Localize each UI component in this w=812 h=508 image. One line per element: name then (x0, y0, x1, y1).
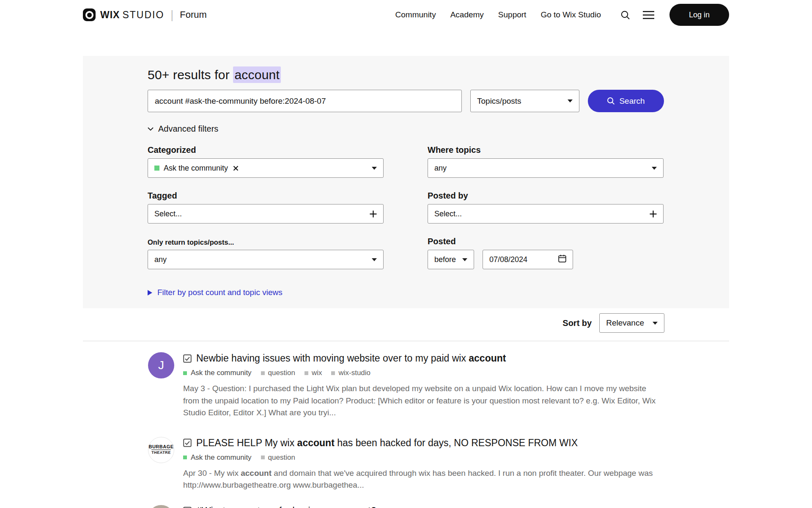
brand-logo[interactable]: WIX STUDIO | Forum (83, 8, 207, 22)
header: WIX STUDIO | Forum Community Academy Sup… (0, 0, 812, 30)
brand-forum: Forum (180, 9, 207, 20)
tag-square-icon (331, 371, 335, 375)
where-topics-label: Where topics (428, 144, 664, 155)
posted-field: Posted before 07/08/2024 (428, 235, 664, 269)
search-button[interactable]: Search (588, 90, 664, 112)
results-title: 50+ results for account (148, 67, 664, 83)
main-nav: Community Academy Support Go to Wix Stud… (395, 10, 601, 19)
nav-academy[interactable]: Academy (450, 10, 484, 19)
filters-grid: Categorized Ask the community Tagged Sel… (148, 144, 664, 269)
solved-checkbox-icon (183, 439, 192, 447)
avatar-initial: J (158, 359, 164, 372)
tagged-select[interactable]: Select... (148, 204, 384, 224)
result-row: BURBAGE THEATRE PLEASE HELP My wix accou… (148, 437, 729, 491)
tagged-label: Tagged (148, 190, 384, 201)
result-body: Newbie having issues with moving website… (183, 352, 662, 419)
results-title-text: 50+ results for (148, 68, 233, 82)
posted-when-select[interactable]: before (428, 250, 474, 269)
avatar-logo-line: THEATRE (151, 450, 170, 456)
category-label: Ask the community (191, 453, 252, 462)
posted-date-input[interactable]: 07/08/2024 (483, 250, 573, 269)
result-title[interactable]: Newbie having issues with moving website… (183, 353, 662, 364)
where-topics-select[interactable]: any (428, 158, 664, 178)
sort-by-select[interactable]: Relevance (599, 313, 664, 333)
avatar-logo-line: BURBAGE (148, 444, 173, 450)
posted-when-value: before (434, 255, 456, 264)
avatar[interactable]: J (148, 352, 174, 378)
category-badge[interactable]: Ask the community (183, 369, 252, 377)
chevron-down-icon (652, 167, 657, 170)
chevron-down-icon (372, 167, 377, 170)
where-topics-value: any (434, 164, 447, 173)
avatar[interactable]: BURBAGE THEATRE (148, 437, 174, 463)
tagged-field: Tagged Select... (148, 190, 384, 224)
nav-go-to-wix-studio[interactable]: Go to Wix Studio (540, 10, 601, 19)
result-row: J Newbie having issues with moving websi… (148, 352, 729, 419)
only-return-select[interactable]: any (148, 250, 384, 269)
result-meta: Ask the community question (183, 453, 662, 462)
tag-square-icon (261, 456, 265, 459)
category-badge[interactable]: Ask the community (183, 453, 252, 462)
tag[interactable]: wix-studio (331, 369, 370, 377)
nav-community[interactable]: Community (395, 10, 436, 19)
search-panel: 50+ results for account Topics/posts Sea… (83, 56, 729, 308)
tag[interactable]: question (261, 453, 295, 462)
tag-label: question (268, 369, 295, 377)
result-title[interactable]: #Wixstores setup of a business account? (183, 505, 376, 508)
tag-label: wix-studio (338, 369, 370, 377)
category-label: Ask the community (191, 369, 252, 377)
plus-icon[interactable] (370, 210, 377, 218)
plus-icon[interactable] (650, 210, 657, 218)
filters-right-column: Where topics any Posted by Select... Pos… (428, 144, 664, 269)
category-chip-label: Ask the community (164, 164, 228, 173)
result-title-text: #Wixstores setup of a business account? (196, 505, 376, 508)
results-title-highlight: account (233, 66, 280, 83)
category-color-square-icon (154, 166, 159, 171)
result-row: #Wixstores setup of a business account? (148, 505, 729, 508)
tag-square-icon (261, 371, 265, 375)
brand-separator: | (170, 8, 173, 22)
search-row: Topics/posts Search (148, 90, 664, 112)
tagged-placeholder: Select... (154, 210, 182, 218)
posted-date-value: 07/08/2024 (489, 255, 527, 264)
advanced-filters-label: Advanced filters (158, 124, 218, 134)
only-return-value: any (154, 255, 167, 264)
result-body: PLEASE HELP My wix account has been hack… (183, 437, 662, 491)
only-return-label: Only return topics/posts... (148, 235, 384, 246)
categorized-field: Categorized Ask the community (148, 144, 384, 178)
login-button[interactable]: Log in (669, 4, 729, 26)
result-meta: Ask the community question wix wix-studi… (183, 369, 662, 377)
results-list: J Newbie having issues with moving websi… (83, 352, 729, 508)
chevron-down-icon (372, 258, 377, 261)
chip-remove-icon[interactable] (233, 166, 239, 171)
brand-studio: STUDIO (122, 9, 164, 21)
posted-by-placeholder: Select... (434, 210, 462, 218)
tag[interactable]: wix (304, 369, 322, 377)
search-icon[interactable] (620, 10, 630, 20)
posted-by-select[interactable]: Select... (428, 204, 664, 224)
brand-wix: WIX (100, 9, 120, 21)
result-body: #Wixstores setup of a business account? (183, 505, 376, 508)
chevron-down-icon (653, 322, 658, 325)
post-count-filter-link[interactable]: Filter by post count and topic views (148, 288, 664, 297)
only-return-field: Only return topics/posts... any (148, 235, 384, 269)
where-topics-field: Where topics any (428, 144, 664, 178)
result-title-text: PLEASE HELP My wix account has been hack… (196, 437, 578, 449)
nav-support[interactable]: Support (498, 10, 527, 19)
avatar[interactable] (148, 505, 174, 508)
advanced-filters-toggle[interactable]: Advanced filters (148, 124, 664, 134)
categorized-select[interactable]: Ask the community (148, 158, 384, 178)
calendar-icon[interactable] (558, 254, 566, 265)
post-count-filter-label: Filter by post count and topic views (157, 288, 283, 297)
sort-row: Sort by Relevance (83, 313, 729, 333)
chevron-down-icon (148, 127, 154, 131)
posted-controls: before 07/08/2024 (428, 250, 664, 269)
result-type-select[interactable]: Topics/posts (470, 90, 579, 112)
search-query-input[interactable] (148, 90, 462, 112)
hamburger-menu-icon[interactable] (643, 11, 654, 19)
play-triangle-icon (148, 290, 152, 295)
result-type-value: Topics/posts (477, 97, 521, 106)
tag[interactable]: question (261, 369, 295, 377)
result-title[interactable]: PLEASE HELP My wix account has been hack… (183, 437, 662, 449)
solved-checkbox-icon (183, 354, 192, 363)
